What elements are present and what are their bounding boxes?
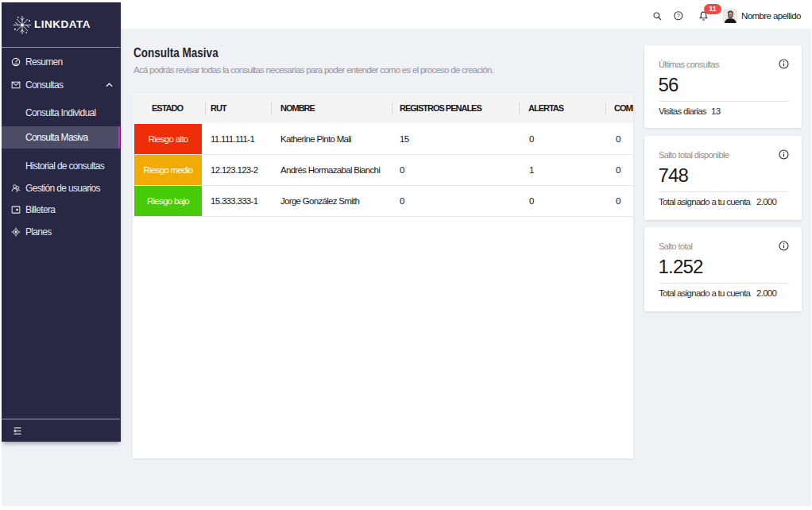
svg-text:?: ? bbox=[677, 13, 680, 19]
